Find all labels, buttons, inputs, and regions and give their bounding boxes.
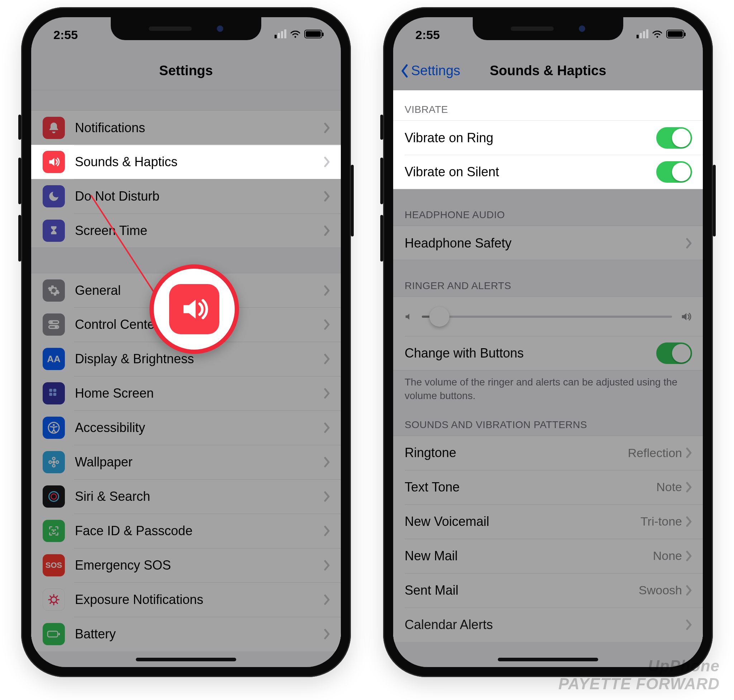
cellular-icon bbox=[637, 29, 649, 38]
chevron-right-icon bbox=[685, 447, 692, 458]
status-indicators bbox=[637, 28, 684, 38]
settings-row-screentime[interactable]: Screen Time bbox=[31, 213, 341, 248]
row-label: Text Tone bbox=[405, 480, 656, 495]
chevron-right-icon bbox=[324, 491, 330, 502]
svg-rect-8 bbox=[53, 393, 57, 396]
svg-rect-7 bbox=[49, 393, 52, 396]
settings-row-siri[interactable]: Siri & Search bbox=[31, 479, 341, 514]
row-value: Swoosh bbox=[639, 583, 682, 597]
home-indicator[interactable] bbox=[136, 658, 236, 661]
chevron-right-icon bbox=[324, 319, 330, 330]
back-label: Settings bbox=[411, 63, 460, 78]
row-value: Tri-tone bbox=[640, 515, 682, 528]
settings-row-homescreen[interactable]: Home Screen bbox=[31, 376, 341, 410]
svg-point-15 bbox=[56, 461, 58, 463]
settings-row-faceid[interactable]: Face ID & Passcode bbox=[31, 514, 341, 548]
settings-row-battery[interactable]: Battery bbox=[31, 617, 341, 651]
svg-rect-21 bbox=[48, 631, 58, 637]
flower-icon bbox=[43, 451, 65, 473]
chevron-right-icon bbox=[324, 629, 330, 640]
row-label: Face ID & Passcode bbox=[75, 524, 324, 538]
covid-icon bbox=[43, 588, 65, 611]
row-label: Home Screen bbox=[75, 386, 324, 401]
svg-point-20 bbox=[51, 597, 57, 603]
chevron-right-icon bbox=[685, 516, 692, 527]
back-button[interactable]: Settings bbox=[399, 51, 460, 90]
chevron-right-icon bbox=[324, 122, 330, 133]
row-label: Emergency SOS bbox=[75, 558, 324, 573]
speaker-min-icon bbox=[404, 312, 414, 322]
row-vibrate-on-silent[interactable]: Vibrate on Silent bbox=[393, 155, 703, 189]
watermark-line2: PAYETTE FORWARD bbox=[559, 675, 720, 693]
svg-point-17 bbox=[51, 494, 57, 499]
svg-point-19 bbox=[55, 529, 56, 530]
toggles-icon bbox=[43, 313, 65, 336]
toggle-vibrate-ring[interactable] bbox=[656, 127, 692, 149]
nav-header: Settings bbox=[31, 51, 341, 90]
row-calendar-alerts[interactable]: Calendar Alerts bbox=[393, 607, 703, 642]
chevron-right-icon bbox=[685, 585, 692, 596]
svg-point-0 bbox=[295, 36, 296, 38]
row-label: Vibrate on Silent bbox=[405, 165, 656, 179]
status-time: 2:55 bbox=[416, 28, 440, 42]
speaker-icon bbox=[169, 284, 219, 334]
page-title: Sounds & Haptics bbox=[489, 63, 606, 78]
svg-point-18 bbox=[52, 529, 52, 530]
settings-row-notifications[interactable]: Notifications bbox=[31, 110, 341, 145]
settings-row-wallpaper[interactable]: Wallpaper bbox=[31, 445, 341, 479]
volume-slider[interactable] bbox=[422, 316, 672, 318]
settings-row-accessibility[interactable]: Accessibility bbox=[31, 410, 341, 445]
svg-rect-6 bbox=[53, 389, 57, 392]
row-vibrate-on-ring[interactable]: Vibrate on Ring bbox=[393, 121, 703, 155]
row-change-with-buttons[interactable]: Change with Buttons bbox=[393, 336, 703, 371]
settings-row-sos[interactable]: SOS Emergency SOS bbox=[31, 548, 341, 582]
svg-point-12 bbox=[52, 457, 55, 460]
row-ringtone[interactable]: Ringtone Reflection bbox=[393, 435, 703, 470]
callout-magnifier bbox=[149, 265, 239, 354]
row-new-mail[interactable]: New Mail None bbox=[393, 539, 703, 573]
settings-row-exposure[interactable]: Exposure Notifications bbox=[31, 582, 341, 617]
row-label: Exposure Notifications bbox=[75, 592, 324, 607]
row-label: Change with Buttons bbox=[405, 346, 656, 361]
row-sent-mail[interactable]: Sent Mail Swoosh bbox=[393, 573, 703, 607]
wifi-icon bbox=[652, 30, 663, 38]
chevron-right-icon bbox=[324, 525, 330, 536]
status-indicators bbox=[274, 28, 322, 38]
screen-right: 2:55 Settings Sounds & Haptics VI bbox=[393, 17, 703, 667]
row-new-voicemail[interactable]: New Voicemail Tri-tone bbox=[393, 504, 703, 539]
row-label: Sent Mail bbox=[405, 583, 639, 598]
row-value: Reflection bbox=[628, 446, 682, 460]
row-headphone-safety[interactable]: Headphone Safety bbox=[393, 226, 703, 260]
settings-row-dnd[interactable]: Do Not Disturb bbox=[31, 179, 341, 213]
phone-right: 2:55 Settings Sounds & Haptics VI bbox=[383, 7, 713, 677]
row-volume-slider[interactable] bbox=[393, 297, 703, 336]
svg-point-10 bbox=[53, 424, 55, 426]
battery-icon bbox=[43, 623, 65, 645]
svg-rect-22 bbox=[58, 633, 60, 635]
chevron-right-icon bbox=[324, 457, 330, 468]
svg-point-23 bbox=[657, 36, 658, 38]
row-label: Wallpaper bbox=[75, 454, 324, 470]
accessibility-icon bbox=[43, 417, 65, 439]
moon-icon bbox=[43, 185, 65, 207]
row-value: Note bbox=[656, 480, 682, 494]
row-label: New Mail bbox=[405, 549, 653, 563]
aa-icon: AA bbox=[43, 348, 65, 370]
toggle-change-with-buttons[interactable] bbox=[656, 343, 692, 364]
section-header-vibrate: VIBRATE bbox=[393, 90, 703, 121]
row-label: Battery bbox=[75, 626, 324, 642]
row-label: Accessibility bbox=[75, 420, 324, 435]
row-label: Display & Brightness bbox=[75, 351, 324, 366]
battery-icon bbox=[666, 30, 684, 38]
chevron-right-icon bbox=[324, 285, 330, 296]
toggle-vibrate-silent[interactable] bbox=[656, 161, 692, 183]
screen-left: 2:55 Settings Notif bbox=[31, 17, 341, 667]
settings-row-sounds-haptics[interactable]: Sounds & Haptics bbox=[31, 145, 341, 179]
notch bbox=[111, 17, 261, 40]
chevron-right-icon bbox=[324, 225, 330, 236]
row-text-tone[interactable]: Text Tone Note bbox=[393, 470, 703, 504]
page-title: Settings bbox=[159, 63, 213, 78]
svg-rect-5 bbox=[49, 389, 52, 392]
section-header-patterns: SOUNDS AND VIBRATION PATTERNS bbox=[393, 406, 703, 435]
phone-left: 2:55 Settings Notif bbox=[21, 7, 351, 677]
